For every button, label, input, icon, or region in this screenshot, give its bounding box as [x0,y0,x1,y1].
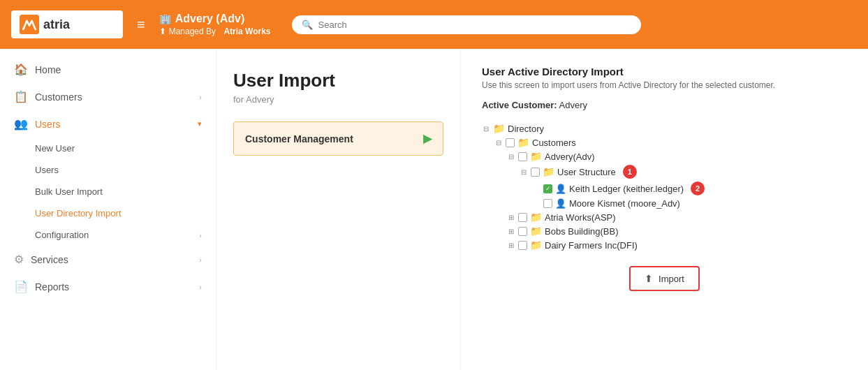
sidebar-item-users[interactable]: 👥 Users ▾ [0,110,216,138]
sidebar-item-label: Users [35,119,191,130]
directory-tree: ⊟ 📁 Directory ⊟ 📁 Customers [482,121,847,252]
sidebar-item-label: Services [31,254,192,265]
sidebar-sub-users: New User Users Bulk User Import User Dir… [0,138,216,246]
search-bar[interactable]: 🔍 [292,15,641,34]
import-icon: ⬆ [645,273,653,284]
folder-icon: 📁 [543,166,554,177]
sidebar-item-reports[interactable]: 📄 Reports › [0,273,216,300]
tree-label-bobs: Bobs Building(BB) [545,226,619,237]
tree-label-customers: Customers [532,138,576,148]
sidebar-sub-item-users[interactable]: Users [35,159,216,181]
tree-row-keith-ledger[interactable]: · ✓ 👤 Keith Ledger (keither.ledger) 2 [532,180,847,197]
tree-row-customers[interactable]: ⊟ 📁 Customers [494,135,847,149]
play-icon: ▶ [423,132,432,145]
panel-title: User Active Directory Import [482,66,847,77]
customer-management-button[interactable]: Customer Management ▶ [233,121,443,156]
chevron-right-icon: › [199,93,202,101]
users-icon: 👥 [14,117,28,131]
folder-icon: 📁 [493,123,505,134]
tree-children-user-structure: · ✓ 👤 Keith Ledger (keither.ledger) 2 [532,180,847,210]
tree-children-advery: ⊟ 📁 User Structure 1 [520,163,847,210]
top-header: atria ≡ 🏢 Advery (Adv) ⬆ Managed By Atri… [0,0,868,49]
sidebar-sub-item-bulk-user-import[interactable]: Bulk User Import [35,181,216,202]
right-panel: User Active Directory Import Use this sc… [461,49,868,370]
panel-description: Use this screen to import users from Act… [482,80,847,90]
hamburger-button[interactable]: ≡ [137,17,145,33]
company-managed: ⬆ Managed By Atria Works [159,27,271,36]
sidebar-item-label: Customers [35,91,192,103]
tree-node-customers: ⊟ 📁 Customers ⊟ [494,135,847,252]
user-icon: 👤 [555,184,566,194]
tree-checkbox-user-structure[interactable] [531,168,540,177]
tree-checkbox-moore[interactable] [543,199,552,208]
tree-label-atria-works: Atria Works(ASP) [545,212,616,223]
tree-checkbox-bobs[interactable] [518,227,527,236]
content-area: User Import for Advery Customer Manageme… [216,49,868,370]
company-info: 🏢 Advery (Adv) ⬆ Managed By Atria Works [159,13,271,36]
tree-row-moore-kismet[interactable]: · 👤 Moore Kismet (moore_Adv) [532,197,847,210]
home-icon: 🏠 [14,63,28,76]
tree-row-user-structure[interactable]: ⊟ 📁 User Structure 1 [520,163,847,180]
tree-checkbox-atria-works[interactable] [518,213,527,222]
page-title: User Import [233,70,443,91]
tree-checkbox-dairy[interactable] [518,241,527,250]
sidebar-sub-item-user-directory-import[interactable]: User Directory Import [35,202,216,224]
chevron-down-icon: ▾ [198,119,202,128]
tree-node-user-structure: ⊟ 📁 User Structure 1 [520,163,847,210]
import-button[interactable]: ⬆ Import [629,266,700,291]
tree-label-keith: Keith Ledger (keither.ledger) [569,184,684,194]
tree-expander-customers[interactable]: ⊟ [494,139,503,147]
tree-expander-atria-works[interactable]: ⊞ [507,214,515,221]
sidebar-item-home[interactable]: 🏠 Home [0,56,216,83]
tree-row-atria-works[interactable]: ⊞ 📁 Atria Works(ASP) [507,210,847,224]
tree-checkbox-advery[interactable] [518,152,527,161]
sidebar-sub-item-configuration[interactable]: Configuration › [35,224,216,246]
tree-label-dairy: Dairy Farmers Inc(DFI) [545,240,638,251]
customers-icon: 📋 [14,90,28,103]
tree-node-advery: ⊟ 📁 Advery(Adv) [507,149,847,210]
tree-label-advery: Advery(Adv) [545,151,595,162]
tree-expander-directory[interactable]: ⊟ [482,125,490,133]
logo-icon [20,15,39,34]
folder-icon: 📁 [530,239,542,251]
main-layout: 🏠 Home 📋 Customers › 👥 Users ▾ New User … [0,49,868,370]
tree-checkbox-keith[interactable]: ✓ [543,184,552,193]
tree-label-moore: Moore Kismet (moore_Adv) [569,198,680,209]
sidebar-sub-item-new-user[interactable]: New User [35,138,216,159]
active-customer: Active Customer: Advery [482,100,847,110]
sidebar-item-customers[interactable]: 📋 Customers › [0,83,216,110]
folder-icon: 📁 [530,212,542,223]
sidebar: 🏠 Home 📋 Customers › 👥 Users ▾ New User … [0,49,216,370]
tree-expander-advery[interactable]: ⊟ [507,153,515,161]
tree-node-bobs-building: ⊞ 📁 Bobs Building(BB) [507,224,847,238]
chevron-right-icon: › [199,256,202,264]
badge-2: 2 [691,182,705,195]
tree-expander-keith: · [532,185,540,193]
company-name: 🏢 Advery (Adv) [159,13,271,25]
badge-1: 1 [623,165,637,179]
tree-expander-moore: · [532,200,540,207]
tree-children-directory: ⊟ 📁 Customers ⊟ [494,135,847,252]
logo-text: atria [43,17,70,32]
tree-row-directory[interactable]: ⊟ 📁 Directory [482,121,847,135]
tree-row-bobs-building[interactable]: ⊞ 📁 Bobs Building(BB) [507,224,847,238]
tree-expander-dairy[interactable]: ⊞ [507,242,515,249]
tree-row-advery[interactable]: ⊟ 📁 Advery(Adv) [507,149,847,163]
tree-label-user-structure: User Structure [557,167,616,177]
tree-row-dairy-farmers[interactable]: ⊞ 📁 Dairy Farmers Inc(DFI) [507,238,847,252]
page-subtitle: for Advery [233,94,443,105]
folder-icon: 📁 [517,137,529,148]
tree-children-customers: ⊟ 📁 Advery(Adv) [507,149,847,252]
search-input[interactable] [318,20,631,30]
import-button-area: ⬆ Import [482,266,847,291]
folder-icon: 📁 [530,225,542,237]
sidebar-item-label: Reports [35,281,192,293]
tree-node-directory: ⊟ 📁 Directory ⊟ 📁 Customers [482,121,847,252]
tree-expander-bobs[interactable]: ⊞ [507,228,515,235]
user-icon: 👤 [555,198,566,209]
sidebar-item-services[interactable]: ⚙ Services › [0,246,216,273]
sidebar-item-label: Home [35,64,202,75]
tree-expander-user-structure[interactable]: ⊟ [520,168,528,176]
tree-checkbox-customers[interactable] [506,138,515,147]
reports-icon: 📄 [14,280,28,293]
